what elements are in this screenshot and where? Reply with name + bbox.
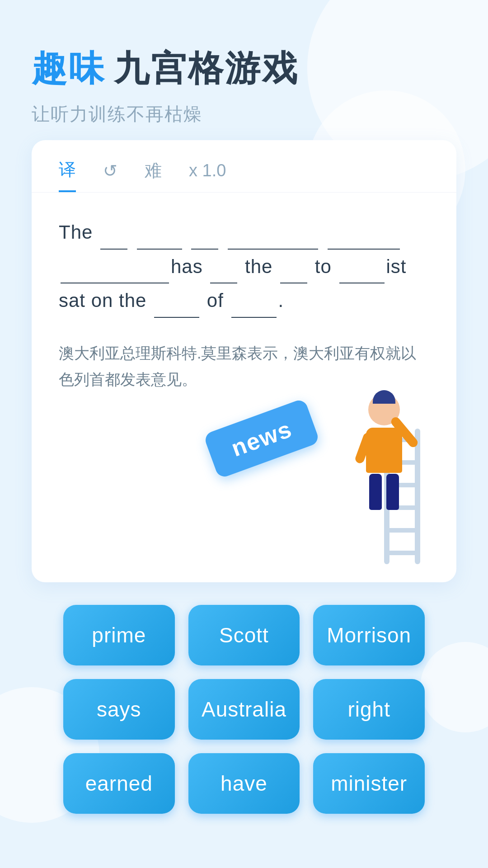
person-arm-left bbox=[354, 432, 374, 465]
word-btn-minister[interactable]: minister bbox=[313, 753, 425, 814]
tab-speed[interactable]: x 1.0 bbox=[189, 161, 226, 189]
ladder-rung-2 bbox=[384, 528, 420, 533]
tab-translate[interactable]: 译 bbox=[59, 158, 76, 192]
refresh-icon: ↺ bbox=[103, 161, 117, 180]
header: 趣味 九宫格游戏 让听力训练不再枯燥 bbox=[32, 45, 456, 127]
blank-7 bbox=[210, 283, 237, 283]
blank-11 bbox=[231, 317, 277, 318]
person bbox=[366, 394, 402, 510]
word-btn-morrison[interactable]: Morrison bbox=[313, 605, 425, 665]
blank-9 bbox=[339, 283, 385, 283]
word-btn-scott[interactable]: Scott bbox=[188, 605, 300, 665]
tab-refresh[interactable]: ↺ bbox=[103, 161, 117, 190]
blank-1 bbox=[100, 249, 127, 250]
sentence-text: The has the to ist sat on the of . bbox=[59, 215, 429, 318]
word-btn-right[interactable]: right bbox=[313, 679, 425, 740]
person-body bbox=[366, 428, 402, 473]
word-btn-earned[interactable]: earned bbox=[63, 753, 175, 814]
ladder-rung-1 bbox=[384, 551, 420, 555]
blank-5 bbox=[328, 249, 400, 250]
blank-3 bbox=[191, 249, 218, 250]
word-btn-says[interactable]: says bbox=[63, 679, 175, 740]
person-leg-left bbox=[369, 474, 382, 510]
sentence-area: The has the to ist sat on the of . bbox=[32, 197, 456, 331]
illustration-area: news bbox=[32, 401, 456, 564]
header-title: 趣味 九宫格游戏 bbox=[32, 45, 456, 93]
news-badge: news bbox=[203, 398, 320, 479]
blank-2 bbox=[137, 249, 182, 250]
ladder-right-side bbox=[415, 429, 420, 564]
person-legs bbox=[366, 474, 402, 510]
title-blue: 趣味 bbox=[32, 45, 106, 93]
tab-bar: 译 ↺ 难 x 1.0 bbox=[32, 140, 456, 193]
word-grid: prime Scott Morrison says Australia righ… bbox=[32, 605, 456, 814]
game-card: 译 ↺ 难 x 1.0 The has the to ist sat on th bbox=[32, 140, 456, 582]
blank-10 bbox=[154, 317, 199, 318]
person-illustration bbox=[312, 401, 438, 564]
title-dark: 九宫格游戏 bbox=[114, 45, 299, 93]
blank-6 bbox=[61, 283, 169, 283]
blank-4 bbox=[228, 249, 318, 250]
translation-text: 澳大利亚总理斯科特.莫里森表示，澳大利亚有权就以色列首都发表意见。 bbox=[32, 331, 456, 397]
tab-difficulty[interactable]: 难 bbox=[145, 159, 162, 191]
header-subtitle: 让听力训练不再枯燥 bbox=[32, 102, 456, 127]
word-btn-prime[interactable]: prime bbox=[63, 605, 175, 665]
word-btn-have[interactable]: have bbox=[188, 753, 300, 814]
word-btn-australia[interactable]: Australia bbox=[188, 679, 300, 740]
blank-8 bbox=[280, 283, 307, 283]
person-leg-right bbox=[386, 474, 399, 510]
